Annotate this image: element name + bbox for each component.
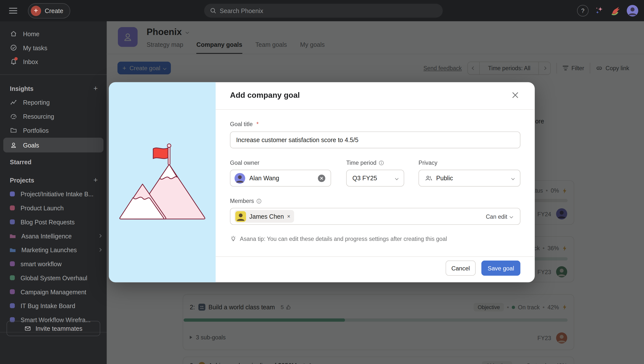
sidebar-project-item[interactable]: Asana Intelligence <box>0 229 107 243</box>
project-color-icon <box>10 205 15 210</box>
chevron-down-icon <box>395 176 398 180</box>
sidebar-section-insights: Insights + <box>0 81 107 95</box>
close-icon[interactable] <box>512 92 518 98</box>
goal-title-value: Increase customer satisfaction score to … <box>236 136 358 143</box>
sidebar-project-item[interactable]: Project/Initiative Intake B... <box>0 187 107 201</box>
sidebar-project-item[interactable]: Marketing Launches <box>0 243 107 257</box>
info-icon <box>256 198 262 204</box>
sidebar-item-home[interactable]: Home <box>0 27 107 41</box>
modal-illustration-panel <box>109 82 216 282</box>
add-insight-button[interactable]: + <box>94 84 98 93</box>
info-icon <box>379 160 384 166</box>
sidebar-project-item[interactable]: Blog Post Requests <box>0 215 107 229</box>
time-period-value: Q3 FY25 <box>352 175 377 182</box>
project-label: Blog Post Requests <box>20 218 74 225</box>
privacy-label: Privacy <box>418 159 438 166</box>
phoenix-mascot-icon[interactable] <box>610 5 622 17</box>
sidebar-project-item[interactable]: Global System Overhaul <box>0 271 107 285</box>
sidebar-section-projects: Projects + <box>0 173 107 187</box>
goal-title-label: Goal title* <box>230 121 258 128</box>
user-avatar[interactable] <box>627 5 638 17</box>
members-label: Members <box>230 198 262 204</box>
time-period-label: Time period <box>346 159 384 166</box>
plus-icon: + <box>31 6 41 16</box>
project-label: Project/Initiative Intake B... <box>20 190 93 197</box>
person-goal-icon <box>10 141 17 149</box>
modal-title: Add company goal <box>230 91 300 100</box>
required-asterisk: * <box>256 121 258 128</box>
search-input[interactable]: Search Phoenix <box>204 4 443 18</box>
permission-dropdown[interactable]: Can edit <box>486 213 512 220</box>
member-chip[interactable]: James Chen × <box>234 210 294 223</box>
tip-text: Asana tip: You can edit these details an… <box>240 235 447 242</box>
goal-owner-label: Goal owner <box>230 159 259 166</box>
chevron-right-icon[interactable] <box>98 248 102 251</box>
sidebar-item-my-tasks[interactable]: My tasks <box>0 41 107 55</box>
sidebar-item-label: Inbox <box>23 58 38 65</box>
create-button[interactable]: + Create <box>28 3 70 19</box>
goal-title-input[interactable]: Increase customer satisfaction score to … <box>230 132 520 148</box>
line-chart-icon <box>10 99 17 106</box>
project-label: IT Bug Intake Board <box>20 302 75 309</box>
modal-footer-divider <box>216 256 535 257</box>
sidebar-project-item[interactable]: IT Bug Intake Board <box>0 299 107 313</box>
project-color-icon <box>10 303 15 308</box>
save-goal-button[interactable]: Save goal <box>481 261 520 276</box>
sidebar-item-label: My tasks <box>23 44 47 51</box>
sidebar-project-item[interactable]: Product Launch <box>0 201 107 215</box>
cancel-button[interactable]: Cancel <box>446 261 476 276</box>
project-color-icon <box>10 219 15 224</box>
main-content: Phoenix Strategy map Company goals Team … <box>107 22 644 364</box>
member-name: James Chen <box>250 213 284 220</box>
time-period-select[interactable]: Q3 FY25 <box>346 170 404 186</box>
sidebar-project-item[interactable]: Campaign Management <box>0 285 107 299</box>
sidebar-item-label: Resourcing <box>23 113 54 120</box>
project-label: Asana Intelligence <box>22 232 72 239</box>
envelope-icon <box>24 325 31 332</box>
gauge-icon <box>10 113 17 120</box>
sidebar-item-label: Reporting <box>23 99 50 106</box>
project-label: smart workflow <box>20 260 62 267</box>
topbar-actions: ? <box>577 0 638 22</box>
owner-name: Alan Wang <box>250 175 280 182</box>
sidebar-section-starred: Starred <box>0 155 107 169</box>
sidebar-item-reporting[interactable]: Reporting <box>0 95 107 109</box>
project-color-icon <box>10 191 15 196</box>
goal-owner-field[interactable]: Alan Wang <box>230 170 331 186</box>
sidebar-item-portfolios[interactable]: Portfolios <box>0 123 107 137</box>
remove-owner-button[interactable] <box>318 174 325 182</box>
asana-tip: Asana tip: You can edit these details an… <box>230 235 447 242</box>
home-icon <box>10 30 17 38</box>
mountain-flag-illustration <box>109 82 216 282</box>
search-icon <box>210 8 217 14</box>
help-button[interactable]: ? <box>577 5 588 17</box>
sidebar-divider <box>0 74 107 75</box>
chevron-right-icon[interactable] <box>98 234 102 238</box>
invite-label: Invite teammates <box>36 325 82 332</box>
add-project-button[interactable]: + <box>94 176 98 184</box>
sidebar-item-inbox[interactable]: Inbox <box>0 55 107 69</box>
notification-dot <box>14 57 18 60</box>
sidebar-item-label: Portfolios <box>23 127 48 134</box>
invite-teammates-button[interactable]: Invite teammates <box>7 321 100 336</box>
privacy-select[interactable]: Public <box>418 170 520 186</box>
sidebar-item-goals[interactable]: Goals <box>3 138 104 152</box>
ai-sparkles-icon[interactable] <box>594 6 604 16</box>
lightbulb-icon <box>230 235 236 242</box>
remove-member-icon[interactable]: × <box>287 213 290 219</box>
privacy-value: Public <box>436 175 453 182</box>
topbar: + Create Search Phoenix ? <box>0 0 644 22</box>
project-label: Global System Overhaul <box>20 274 87 281</box>
project-color-icon <box>10 275 15 280</box>
folder-icon <box>10 127 17 134</box>
sidebar-project-item[interactable]: smart workflow <box>0 257 107 271</box>
project-label: Marketing Launches <box>22 246 77 253</box>
project-label: Product Launch <box>20 204 64 211</box>
modal-header-divider <box>216 109 535 110</box>
member-avatar <box>235 211 246 222</box>
search-placeholder: Search Phoenix <box>220 7 264 14</box>
members-field[interactable]: James Chen × Can edit <box>230 208 520 225</box>
hamburger-menu-icon[interactable] <box>9 8 17 14</box>
sidebar-item-resourcing[interactable]: Resourcing <box>0 109 107 123</box>
chevron-down-icon <box>511 176 515 180</box>
